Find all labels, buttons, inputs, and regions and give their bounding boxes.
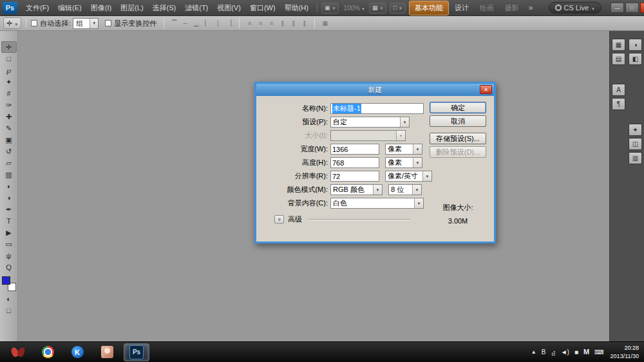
keyboard-icon[interactable]: ⌨ — [594, 349, 603, 356]
height-input[interactable]: 768 — [330, 157, 379, 168]
layers-panel-icon[interactable]: ◫ — [629, 138, 642, 150]
masks-panel-icon[interactable]: ◧ — [629, 53, 642, 65]
lasso-tool[interactable]: ℘ — [1, 64, 17, 76]
eyedropper-tool[interactable]: ✑ — [1, 99, 17, 111]
dodge-tool[interactable]: ◑ — [1, 192, 17, 204]
resolution-row: 分辨率(R): 72 像素/英寸 — [256, 169, 494, 183]
clone-stamp-tool[interactable]: ▣ — [1, 134, 17, 146]
maximize-button[interactable]: □ — [625, 3, 639, 13]
foreground-color-swatch[interactable] — [2, 276, 10, 285]
menu-file[interactable]: 文件(F) — [21, 0, 53, 16]
path-selection-tool[interactable]: ▶ — [1, 227, 17, 238]
auto-select-checkbox[interactable]: 自动选择: — [31, 19, 70, 28]
brush-tool[interactable]: ✎ — [1, 122, 17, 134]
width-unit-dropdown[interactable]: 像素 — [385, 144, 422, 155]
show-hidden-icons-button[interactable]: ▲ — [531, 350, 536, 355]
chrome-taskbar-button[interactable] — [35, 343, 61, 361]
crop-tool[interactable]: # — [1, 88, 17, 99]
color-mode-dropdown[interactable]: RGB 颜色 — [330, 184, 383, 195]
auto-select-target-dropdown[interactable]: 组 — [73, 18, 99, 29]
align-left-icon: ▏ — [202, 18, 213, 28]
kugou-taskbar-button[interactable]: K — [64, 343, 90, 361]
menu-window[interactable]: 窗口(W) — [245, 0, 280, 16]
zoom-level-control[interactable]: 100% — [343, 5, 365, 12]
swatches-panel-icon[interactable]: ▤ — [612, 53, 625, 65]
menu-filter[interactable]: 滤镜(T) — [180, 0, 213, 16]
screen-mode-toggle[interactable]: □ — [1, 305, 17, 316]
history-brush-tool[interactable]: ↺ — [1, 146, 17, 157]
menu-help[interactable]: 帮助(H) — [280, 0, 313, 16]
cs-live-button[interactable]: CS Live — [549, 2, 601, 14]
background-contents-dropdown[interactable]: 白色 — [330, 198, 424, 209]
resolution-unit-value: 像素/英寸 — [388, 171, 418, 181]
name-input[interactable]: 未标题-1 — [330, 103, 424, 114]
menu-layer[interactable]: 图层(L) — [116, 0, 147, 16]
dropdown-arrow-icon — [400, 117, 409, 127]
paragraph-panel-icon[interactable]: ¶ — [612, 98, 625, 110]
volume-icon[interactable]: ◄) — [561, 349, 569, 356]
color-panel-icon[interactable]: ▦ — [612, 39, 625, 51]
menu-view[interactable]: 视图(V) — [213, 0, 245, 16]
width-input[interactable]: 1366 — [330, 144, 379, 155]
height-unit-dropdown[interactable]: 像素 — [385, 157, 422, 168]
quick-selection-tool[interactable]: ✦ — [1, 76, 17, 88]
ime-icon[interactable]: ■ — [574, 349, 578, 356]
screen-mode-button[interactable]: □ — [390, 3, 405, 14]
bluetooth-icon[interactable]: B — [542, 349, 546, 356]
cancel-button[interactable]: 取消 — [430, 115, 486, 127]
language-indicator[interactable]: M — [583, 348, 589, 356]
character-panel-icon[interactable]: A — [612, 84, 625, 96]
auto-select-label: 自动选择: — [40, 19, 70, 28]
photoshop-taskbar-button[interactable]: Ps — [124, 343, 149, 361]
window-controls: — □ ✕ — [611, 3, 644, 13]
resolution-input[interactable]: 72 — [330, 171, 379, 182]
arrange-documents-button[interactable]: ▦ — [369, 3, 386, 14]
save-preset-button[interactable]: 存储预设(S)... — [430, 133, 486, 144]
resolution-unit-dropdown[interactable]: 像素/英寸 — [385, 171, 432, 182]
spot-healing-brush-tool[interactable]: ✚ — [1, 111, 17, 122]
move-tool[interactable]: ✛ — [1, 41, 17, 53]
align-vertical-center-icon: ─ — [180, 18, 191, 28]
zoom-level-value: 100% — [343, 5, 360, 12]
adjustments-panel-icon[interactable]: ◑ — [629, 39, 642, 51]
menu-edit[interactable]: 编辑(E) — [53, 0, 86, 16]
minimize-button[interactable]: — — [611, 3, 624, 13]
tool-preset-button[interactable]: ✛ — [3, 17, 21, 29]
hand-tool[interactable]: ψ — [1, 250, 17, 262]
rectangle-tool[interactable]: ▭ — [1, 238, 17, 250]
clock[interactable]: 20:28 2013/11/30 — [611, 344, 639, 360]
bridge-launcher-button[interactable]: ▣ — [321, 3, 339, 14]
channels-panel-icon[interactable]: ▥ — [629, 152, 642, 164]
styles-panel-icon[interactable]: ✦ — [629, 124, 642, 136]
preset-dropdown[interactable]: 自定 — [330, 117, 410, 128]
advanced-toggle-button[interactable]: » — [274, 215, 284, 224]
taskbar-apps: K Ps — [0, 342, 149, 362]
quick-mask-button[interactable]: ◐ — [1, 293, 17, 305]
horizontal-type-tool[interactable]: T — [1, 215, 17, 227]
avatar-icon — [101, 346, 113, 358]
messenger-taskbar-button[interactable] — [94, 343, 120, 361]
menu-select[interactable]: 选择(S) — [148, 0, 181, 16]
zoom-tool[interactable]: Q — [1, 262, 17, 273]
rectangular-marquee-tool[interactable]: □ — [1, 53, 17, 64]
menu-image[interactable]: 图像(I) — [86, 0, 116, 16]
workspace-essentials-button[interactable]: 基本功能 — [409, 1, 449, 15]
workspace-design-button[interactable]: 设计 — [450, 1, 474, 15]
pen-tool[interactable]: ✒ — [1, 204, 17, 215]
workspace-overflow-button[interactable]: » — [525, 3, 537, 12]
blur-tool[interactable]: ◗ — [1, 180, 17, 192]
ok-button[interactable]: 确定 — [430, 102, 486, 113]
network-signal-icon[interactable]: ⣴ — [551, 349, 555, 356]
name-label: 名称(N): — [256, 104, 330, 113]
close-button[interactable]: ✕ — [640, 3, 644, 13]
main-menu: 文件(F) 编辑(E) 图像(I) 图层(L) 选择(S) 滤镜(T) 视图(V… — [21, 0, 313, 16]
dialog-title-bar[interactable]: 新建 ✕ — [256, 84, 494, 96]
eraser-tool[interactable]: ▱ — [1, 157, 17, 169]
workspace-photography-button[interactable]: 摄影 — [500, 1, 524, 15]
dialog-close-button[interactable]: ✕ — [480, 85, 492, 94]
show-transform-checkbox[interactable]: 显示变换控件 — [105, 19, 156, 28]
bit-depth-dropdown[interactable]: 8 位 — [388, 184, 422, 195]
start-button[interactable] — [5, 343, 31, 361]
gradient-tool[interactable]: ▥ — [1, 169, 17, 180]
workspace-painting-button[interactable]: 绘画 — [475, 1, 499, 15]
